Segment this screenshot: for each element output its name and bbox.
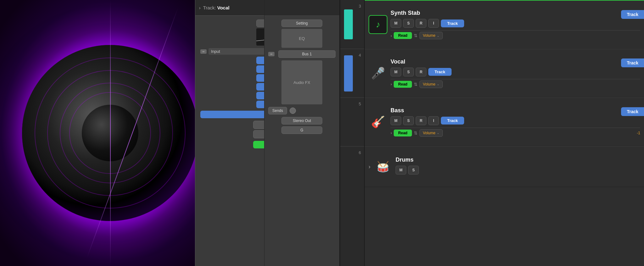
speaker-lines [0,0,220,266]
track-name-drums: Drums [396,157,640,163]
bass-guitar-icon: 🎸 [371,115,385,129]
channel2-setting-button[interactable]: Setting [281,19,322,27]
timeline-bar-4 [344,55,353,91]
track-right-button-bass[interactable]: Track [621,107,644,116]
timeline-num-6: 6 [359,149,361,156]
track-row-synth-stab: ♪ Synth Stab M S R I Track › Read ⇅ Volu… [365,0,644,49]
channel-strip-2: Setting EQ ∞ Bus 1 Audio FX Sends Stereo… [264,0,340,266]
track-right-button-vocal[interactable]: Track [621,58,644,67]
channel2-header [264,0,339,16]
track-row-bass: 🎸 Bass M S R I Track › Read ⇅ Volume ⌄ -… [365,97,644,146]
automation-row-vocal: › Read ⇅ Volume ⌄ [391,80,640,88]
timeline-segment-3: 3 [340,0,364,49]
bass-volume-number: -1 [637,131,640,135]
track-header-label: Track: [203,5,216,10]
timeline-segment-6: 6 [340,146,364,187]
speaker-line-2 [86,8,178,258]
automation-selector-synth-stab[interactable]: Volume ⌄ [419,32,443,39]
channel2-audio-fx: Audio FX [281,60,322,104]
record-button-synth-stab[interactable]: R [416,19,426,28]
read-button-vocal[interactable]: Read [394,81,412,88]
track-info-synth-stab: Synth Stab M S R I Track › Read ⇅ Volume… [391,10,640,39]
track-info-bass: Bass M S R I Track › Read ⇅ Volume ⌄ -1 [391,107,640,137]
track-row-drums: › 🥁 Drums M S [365,146,644,187]
speaker-line-1 [110,0,111,266]
volume-arrows-vocal: ⌄ [437,82,439,86]
mute-button-synth-stab[interactable]: M [391,19,401,28]
solo-button-synth-stab[interactable]: S [403,19,414,28]
link-icon: ∞ [200,49,207,54]
channel2-output-button[interactable]: Stereo Out [281,117,322,125]
timeline-strip: 3 4 5 6 [340,0,365,266]
track-button-vocal[interactable]: Track [428,68,452,76]
channel2-sends-knob[interactable] [290,108,296,114]
expand-arrow-synth-stab[interactable]: › [391,33,392,38]
mute-button-bass[interactable]: M [391,116,401,125]
track-name-synth-stab: Synth Stab [391,10,640,16]
timeline-num-4: 4 [359,52,361,59]
read-button-synth-stab[interactable]: Read [394,32,412,39]
volume-arrows-bass: ⌄ [437,131,439,135]
track-button-bass[interactable]: Track [441,117,464,125]
timeline-num-3: 3 [359,3,361,10]
expand-arrow-drums-row[interactable]: › [369,163,370,170]
record-button-vocal[interactable]: R [416,68,426,76]
channel2-bus-row: ∞ Bus 1 [268,50,336,58]
timeline-segment-5: 5 [340,97,364,146]
automation-selector-vocal[interactable]: Volume ⌄ [419,80,443,88]
updown-arrows-vocal: ⇅ [414,82,418,87]
read-button-bass[interactable]: Read [394,130,412,136]
track-controls-bass: M S R I Track [391,116,640,125]
timeline-segment-4: 4 [340,49,364,97]
input-button-synth-stab[interactable]: I [428,19,439,28]
mute-button-drums[interactable]: M [396,166,406,175]
mute-button-vocal[interactable]: M [391,68,401,76]
channel2-link-icon: ∞ [268,52,275,56]
record-button-bass[interactable]: R [416,116,426,125]
track-controls-vocal: M S R Track [391,68,640,76]
expand-arrow-bass[interactable]: › [391,130,392,135]
channel2-bus-button[interactable]: Bus 1 [278,50,336,58]
channel2-eq-box: EQ [281,29,322,48]
drums-icon: 🥁 [377,161,389,173]
track-icon-bass: 🎸 [369,113,387,131]
channel2-body: Setting EQ ∞ Bus 1 Audio FX Sends Stereo… [264,16,339,140]
track-icon-vocal: 🎤 [369,64,387,83]
track-header-arrow-icon: › [199,5,201,10]
updown-arrows-synth-stab: ⇅ [414,33,418,38]
solo-button-bass[interactable]: S [403,116,414,125]
expand-arrow-vocal[interactable]: › [391,82,392,86]
mic-icon: 🎤 [371,67,385,80]
track-header-name: Vocal [217,5,230,10]
music-note-icon: ♪ [376,19,380,30]
track-icon-drums: 🥁 [374,157,392,176]
track-icon-synth-stab: ♪ [369,15,387,34]
volume-arrows-synth-stab: ⌄ [437,34,439,37]
auto-separator-2 [391,79,640,79]
volume-label-synth-stab: Volume [423,33,436,38]
auto-separator-1 [391,30,640,30]
track-button-synth-stab[interactable]: Track [441,19,464,27]
automation-row-synth-stab: › Read ⇅ Volume ⌄ [391,32,640,39]
channel2-group-button[interactable]: G [281,126,322,134]
auto-separator-3 [391,128,640,128]
track-row-vocal: 🎤 Vocal M S R Track › Read ⇅ Volume ⌄ Tr… [365,49,644,97]
channel2-audio-fx-label: Audio FX [293,80,310,85]
track-controls-drums: M S [396,166,640,175]
updown-arrows-bass: ⇅ [414,130,418,136]
timeline-bar-5 [344,104,353,129]
volume-label-vocal: Volume [423,82,436,86]
input-button-bass[interactable]: I [428,116,439,125]
track-name-vocal: Vocal [391,58,640,65]
solo-button-vocal[interactable]: S [403,68,414,76]
track-right-button-synth-stab[interactable]: Track [621,10,644,19]
track-info-drums: Drums M S [396,157,640,177]
channel2-eq-label: EQ [299,36,305,41]
timeline-num-5: 5 [359,100,361,108]
channel2-sends-row: Sends [268,107,336,114]
volume-label-bass: Volume [423,131,436,135]
track-list-panel: ♪ Synth Stab M S R I Track › Read ⇅ Volu… [365,0,644,266]
channel2-sends-button[interactable]: Sends [268,107,287,114]
automation-selector-bass[interactable]: Volume ⌄ [419,129,443,137]
solo-button-drums[interactable]: S [408,166,419,175]
